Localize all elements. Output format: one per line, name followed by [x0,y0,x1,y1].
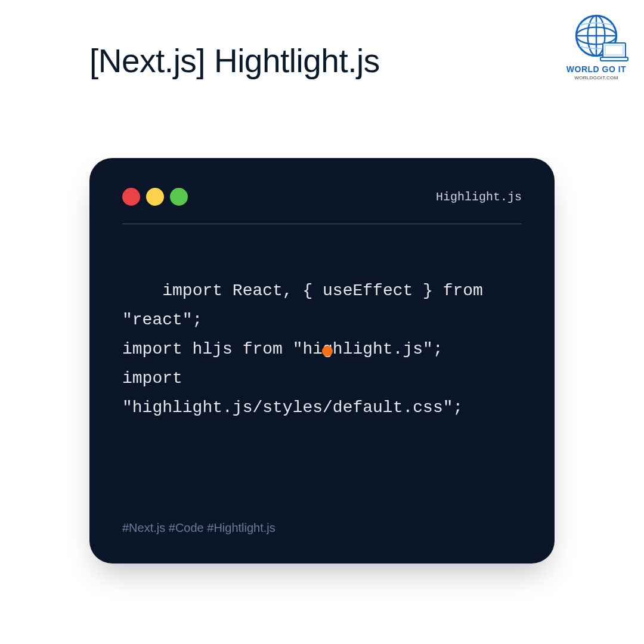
traffic-lights [122,188,188,206]
hashtags: #Next.js #Code #Hightlight.js [122,521,275,535]
page-title: [Next.js] Hightlight.js [89,42,380,80]
close-icon [122,188,140,206]
divider [122,224,522,224]
window-header: Highlight.js [122,188,522,224]
logo-container: WORLD GO IT WORLDGOIT.COM [561,12,632,80]
svg-rect-6 [605,45,623,55]
logo-text: WORLD GO IT [561,64,632,74]
logo-url: WORLDGOIT.COM [561,75,632,80]
cursor-dot-icon [322,346,333,357]
svg-rect-7 [600,57,628,61]
window-title: Highlight.js [436,190,522,204]
globe-icon [572,12,620,60]
minimize-icon [146,188,164,206]
code-content: import React, { useEffect } from "react"… [122,247,522,481]
code-window: Highlight.js import React, { useEffect }… [89,158,555,564]
laptop-icon [599,42,629,63]
code-text: import React, { useEffect } from "react"… [122,281,493,417]
maximize-icon [170,188,188,206]
